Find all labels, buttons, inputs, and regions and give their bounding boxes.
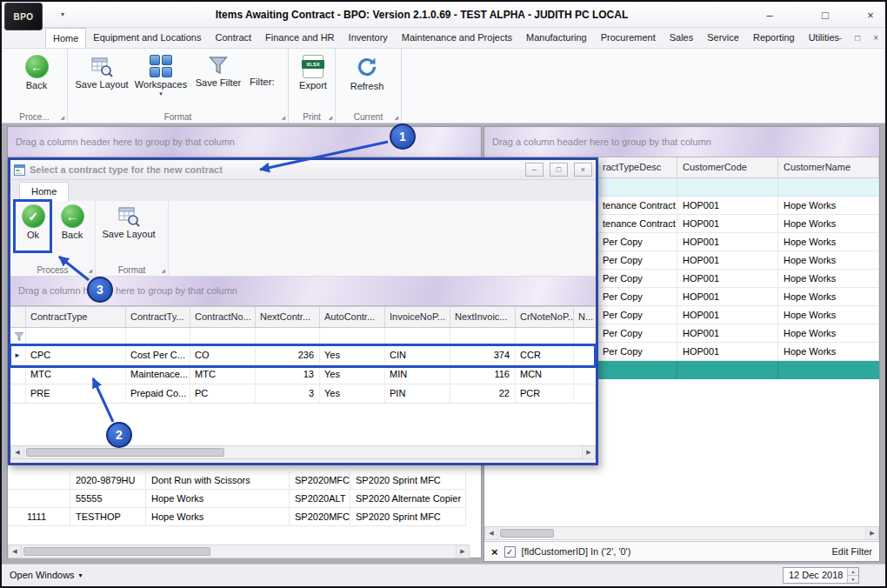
cell[interactable]: Hope Works [778, 197, 879, 214]
tab-inventory[interactable]: Inventory [342, 28, 395, 48]
filter-cell[interactable] [190, 328, 256, 345]
cell[interactable] [778, 361, 879, 379]
tab-maintenance-and-projects[interactable]: Maintenance and Projects [395, 28, 519, 48]
tab-home[interactable]: Home [45, 28, 86, 48]
contract-row-mtc[interactable]: MTC Maintenace... MTC 13 Yes MIN 116 MCN [10, 365, 596, 384]
column-header-contract-type[interactable]: ContractType [26, 307, 126, 327]
filter-cell[interactable] [320, 328, 385, 345]
mdi-close-icon[interactable]: × [873, 33, 878, 43]
group-launcher-icon[interactable]: ◢ [60, 114, 64, 120]
save-filter-button[interactable]: Save Filter [193, 55, 243, 88]
cell[interactable]: Hope Works [146, 508, 290, 525]
table-row[interactable]: 55555 Hope Works SP2020ALT SP2020 Altern… [8, 490, 466, 508]
group-launcher-icon[interactable]: ◢ [394, 114, 398, 120]
group-by-drop-area[interactable]: Drag a column header here to group by th… [484, 127, 879, 157]
cell[interactable]: PIN [385, 384, 450, 403]
export-button[interactable]: XLSX Export [292, 55, 334, 90]
group-launcher-icon[interactable]: ◢ [281, 114, 285, 120]
cell[interactable]: 55555 [70, 490, 146, 507]
group-launcher-icon[interactable]: ◢ [161, 267, 165, 273]
quick-access-caret-icon[interactable]: ▾ [61, 10, 64, 18]
scroll-thumb[interactable] [23, 547, 210, 556]
filter-cell[interactable] [450, 328, 516, 345]
scroll-left-icon[interactable]: ◀ [11, 446, 24, 458]
spin-up-icon[interactable]: ▲ [848, 568, 858, 575]
tab-finance-and-hr[interactable]: Finance and HR [258, 28, 342, 48]
column-header-invoice-no-prefix[interactable]: InvoiceNoP... [385, 307, 450, 327]
cell[interactable]: SP2020 Alternate Copier [350, 490, 466, 507]
scroll-right-icon[interactable]: ▶ [456, 545, 469, 558]
tab-service[interactable]: Service [700, 28, 746, 48]
dialog-grid-hscrollbar[interactable]: ◀ ▶ [10, 445, 596, 459]
column-header-auto-contract[interactable]: AutoContr... [320, 307, 385, 327]
column-header-next[interactable]: N... [574, 307, 596, 327]
dialog-close-button[interactable]: × [574, 163, 592, 177]
scroll-thumb[interactable] [26, 448, 224, 457]
cell[interactable]: Dont Run with Scissors [146, 471, 290, 489]
filter-cell[interactable] [26, 328, 126, 345]
mdi-minimize-icon[interactable]: – [837, 33, 843, 43]
window-close-button[interactable]: × [857, 5, 884, 24]
cell[interactable]: HOP001 [677, 215, 778, 232]
cell[interactable]: 2020-9879HU [70, 471, 146, 489]
cell[interactable]: MCN [516, 365, 574, 384]
cell[interactable]: Hope Works [778, 270, 879, 287]
cell[interactable]: HOP001 [677, 233, 778, 251]
cell[interactable]: HOP001 [677, 251, 778, 269]
cell[interactable]: Yes [320, 384, 385, 403]
cell[interactable] [8, 490, 70, 507]
dialog-maximize-button[interactable]: □ [550, 163, 568, 177]
dialog-tab-home[interactable]: Home [19, 182, 69, 201]
column-header-next-invoice-no[interactable]: NextInvoic... [450, 307, 516, 327]
filter-cell[interactable] [677, 178, 778, 197]
tab-contract[interactable]: Contract [209, 28, 259, 48]
cell[interactable]: PC [190, 384, 256, 403]
column-header-crnote-no-prefix[interactable]: CrNoteNoP... [516, 307, 574, 327]
cell[interactable]: SP2020 Sprint MFC [350, 508, 466, 525]
cell[interactable]: HOP001 [677, 306, 778, 324]
contracts-grid-hscrollbar[interactable]: ◀ ▶ [484, 526, 879, 540]
window-maximize-button[interactable]: □ [812, 5, 838, 24]
cell[interactable]: Hope Works [778, 306, 879, 324]
cell[interactable]: TESTHOP [70, 508, 146, 525]
tab-manufacturing[interactable]: Manufacturing [519, 28, 594, 48]
filter-cell[interactable] [516, 328, 574, 345]
workspaces-button[interactable]: Workspaces ▾ [132, 55, 190, 96]
cell[interactable]: Hope Works [778, 233, 879, 251]
column-header-contract-no-prefix[interactable]: ContractNo... [190, 307, 256, 327]
cell[interactable] [574, 365, 596, 384]
cell[interactable]: 1111 [8, 508, 70, 525]
cell[interactable]: SP2020 Sprint MFC [350, 471, 466, 489]
cell[interactable]: Hope Works [778, 251, 879, 269]
cell[interactable]: SP2020ALT [290, 490, 350, 507]
cell[interactable] [574, 384, 596, 403]
spin-down-icon[interactable]: ▼ [848, 575, 858, 583]
dialog-minimize-button[interactable]: – [525, 163, 544, 177]
tab-reporting[interactable]: Reporting [746, 28, 802, 48]
cell[interactable]: HOP001 [677, 270, 778, 287]
cell[interactable]: HOP001 [677, 288, 778, 305]
cell[interactable]: HOP001 [677, 197, 778, 214]
items-grid-hscrollbar[interactable]: ◀ ▶ [8, 545, 470, 558]
scroll-right-icon[interactable]: ▶ [582, 446, 595, 458]
group-launcher-icon[interactable]: ◢ [88, 267, 92, 273]
column-header-customer-code[interactable]: CustomerCode [677, 157, 778, 177]
refresh-button[interactable]: Refresh [343, 55, 391, 91]
cell[interactable]: SP2020MFC [290, 471, 350, 489]
cell[interactable]: Prepaid Co... [126, 384, 190, 403]
date-picker[interactable]: 12 Dec 2018 ▲ ▼ [783, 567, 859, 584]
save-layout-button[interactable]: Save Layout [75, 55, 129, 90]
cell[interactable]: Maintenace... [126, 365, 190, 384]
dialog-save-layout-button[interactable]: Save Layout [99, 204, 158, 239]
cell[interactable]: HOP001 [677, 324, 778, 342]
clear-filter-icon[interactable]: × [491, 546, 498, 558]
cell[interactable]: 22 [450, 384, 516, 403]
column-header-next-contract-no[interactable]: NextContr... [256, 307, 320, 327]
mdi-restore-icon[interactable]: □ [855, 33, 860, 43]
cell[interactable]: SP2020MFC [290, 508, 350, 525]
cell[interactable]: 13 [256, 365, 320, 384]
cell[interactable]: Hope Works [778, 215, 879, 232]
cell[interactable]: MTC [190, 365, 256, 384]
filter-cell[interactable] [385, 328, 450, 345]
contract-row-pre[interactable]: PRE Prepaid Co... PC 3 Yes PIN 22 PCR [10, 384, 596, 404]
